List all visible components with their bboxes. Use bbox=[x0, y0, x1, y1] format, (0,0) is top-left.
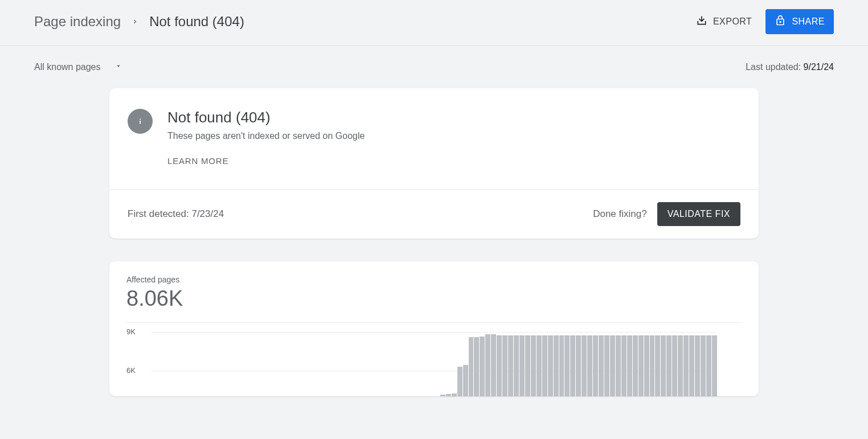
chart-bar bbox=[554, 335, 559, 396]
chart-bar bbox=[678, 335, 683, 396]
chart-bar bbox=[644, 335, 649, 396]
validate-fix-button[interactable]: VALIDATE FIX bbox=[657, 202, 740, 226]
share-label: SHARE bbox=[792, 17, 825, 27]
lock-icon bbox=[775, 15, 786, 28]
chart-bar bbox=[576, 335, 581, 396]
chart-plot bbox=[152, 323, 716, 396]
last-updated-label: Last updated: bbox=[746, 62, 803, 72]
last-updated-date: 9/21/24 bbox=[804, 62, 834, 72]
chart-bar bbox=[559, 335, 564, 396]
chart-bar bbox=[457, 367, 462, 396]
chart-bar bbox=[452, 393, 457, 396]
chart-bar bbox=[497, 335, 502, 396]
chart-bar bbox=[689, 335, 694, 396]
first-detected-date: 7/23/24 bbox=[191, 208, 224, 219]
chart-bar bbox=[525, 335, 530, 396]
chart-bar bbox=[695, 335, 700, 396]
chart-bar bbox=[587, 335, 592, 396]
chart-bar bbox=[610, 335, 615, 396]
chart-bar bbox=[548, 335, 553, 396]
chart-bar bbox=[655, 335, 660, 396]
fix-group: Done fixing? VALIDATE FIX bbox=[593, 202, 740, 226]
issue-card: Not found (404) These pages aren't index… bbox=[109, 88, 759, 239]
info-icon bbox=[128, 109, 153, 134]
page-header: Page indexing Not found (404) EXPORT SHA… bbox=[0, 0, 868, 46]
chart-bar bbox=[633, 335, 638, 396]
chart-bar bbox=[514, 335, 519, 396]
chart-metric-label: Affected pages bbox=[126, 275, 742, 284]
issue-text: Not found (404) These pages aren't index… bbox=[167, 109, 365, 166]
breadcrumb-current: Not found (404) bbox=[149, 14, 244, 30]
issue-subtitle: These pages aren't indexed or served on … bbox=[167, 131, 365, 141]
y-tick-9k: 9K bbox=[126, 327, 136, 336]
chart-bar bbox=[638, 335, 644, 396]
chart-bar bbox=[593, 335, 598, 396]
subheader: All known pages Last updated: 9/21/24 bbox=[0, 46, 868, 88]
chart-bar bbox=[537, 335, 542, 396]
learn-more-button[interactable]: LEARN MORE bbox=[167, 156, 228, 166]
chart-bar bbox=[683, 335, 689, 396]
chart-bar bbox=[469, 337, 474, 396]
chart-bar bbox=[666, 335, 672, 396]
chart-bar bbox=[599, 335, 604, 396]
chart-bar bbox=[706, 335, 711, 396]
y-tick-6k: 6K bbox=[126, 366, 136, 375]
breadcrumb-parent[interactable]: Page indexing bbox=[34, 14, 121, 30]
chart-area: 9K 6K bbox=[126, 322, 742, 396]
chart-bar bbox=[446, 394, 451, 396]
chart-bar bbox=[440, 395, 445, 396]
header-actions: EXPORT SHARE bbox=[694, 9, 834, 34]
chart-bar bbox=[485, 334, 490, 396]
chart-bar bbox=[650, 335, 655, 396]
export-button[interactable]: EXPORT bbox=[694, 10, 755, 33]
chart-bar bbox=[531, 335, 536, 396]
chart-bar bbox=[491, 334, 496, 396]
chart-bar bbox=[519, 335, 525, 396]
filter-label: All known pages bbox=[34, 62, 101, 72]
export-label: EXPORT bbox=[713, 17, 752, 27]
last-updated: Last updated: 9/21/24 bbox=[746, 62, 834, 72]
chart-bar bbox=[474, 337, 479, 396]
caret-down-icon bbox=[114, 62, 122, 72]
first-detected-label: First detected: bbox=[128, 208, 191, 219]
chart-bar bbox=[502, 335, 507, 396]
chart-bar bbox=[480, 337, 485, 396]
chart-bar bbox=[621, 335, 627, 396]
share-button[interactable]: SHARE bbox=[765, 9, 834, 34]
chart-bar bbox=[616, 335, 621, 396]
chart-bar bbox=[508, 335, 513, 396]
chart-card: Affected pages 8.06K 9K 6K bbox=[109, 261, 759, 396]
chart-bar bbox=[627, 335, 632, 396]
chart-bars bbox=[152, 328, 716, 396]
chart-bar bbox=[701, 335, 706, 396]
chart-bar bbox=[661, 335, 666, 396]
chart-bar bbox=[712, 335, 717, 396]
chart-bar bbox=[672, 335, 677, 396]
download-icon bbox=[696, 15, 707, 28]
issue-card-top: Not found (404) These pages aren't index… bbox=[109, 88, 759, 189]
issue-title: Not found (404) bbox=[167, 109, 365, 126]
done-fixing-label: Done fixing? bbox=[593, 208, 647, 220]
breadcrumb: Page indexing Not found (404) bbox=[34, 14, 244, 30]
first-detected: First detected: 7/23/24 bbox=[128, 208, 224, 220]
chart-bar bbox=[463, 365, 468, 396]
filter-dropdown[interactable]: All known pages bbox=[34, 62, 122, 72]
chevron-right-icon bbox=[131, 18, 139, 26]
chart-metric-value: 8.06K bbox=[126, 286, 742, 311]
issue-card-bottom: First detected: 7/23/24 Done fixing? VAL… bbox=[109, 189, 759, 239]
chart-bar bbox=[570, 335, 575, 396]
chart-bar bbox=[564, 335, 570, 396]
chart-bar bbox=[582, 335, 587, 396]
chart-bar bbox=[604, 335, 609, 396]
chart-bar bbox=[542, 335, 547, 396]
